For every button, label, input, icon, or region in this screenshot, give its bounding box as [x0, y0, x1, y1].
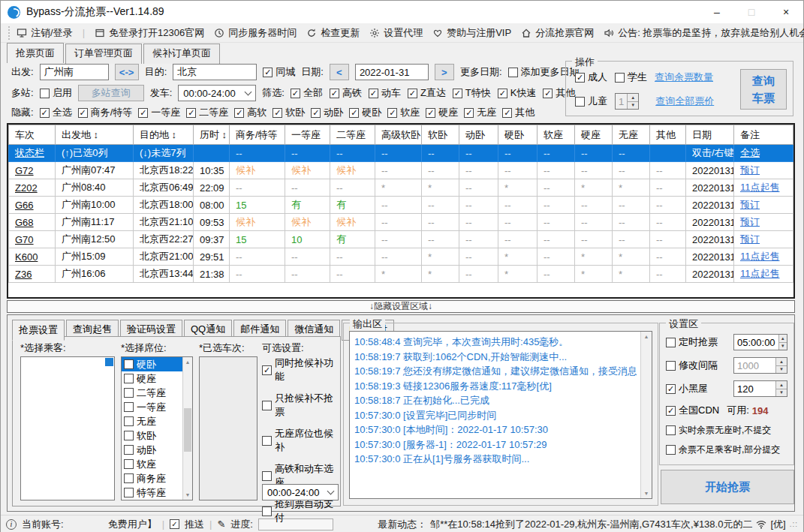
push-checkbox[interactable]: ✓ [170, 519, 179, 529]
cell-note-link[interactable]: 预订 [734, 214, 793, 231]
student-checkbox[interactable]: 学生 [615, 71, 647, 84]
menu-item-2[interactable]: 免登录打开12306官网 [95, 26, 204, 40]
menu-item-6[interactable]: 赞助与注册VIP [432, 26, 511, 40]
date-input[interactable]: 2022-01-31 [355, 64, 429, 80]
seat-list-scrollbar[interactable]: ▲ ▼ [182, 357, 192, 500]
grab-time-range-select[interactable]: 00:00-24:00 [262, 484, 339, 500]
hide-checkbox-5[interactable]: 高软 [234, 106, 266, 119]
option-checkbox-3[interactable]: 无座席位也候补 [262, 427, 339, 454]
cell-train[interactable]: G72 [9, 162, 56, 179]
seat-option-4[interactable]: 一等座 [122, 400, 182, 414]
menu-item-4[interactable]: 检查更新 [306, 26, 360, 40]
hide-checkbox-12[interactable]: 其他 [502, 106, 534, 119]
seat-checkbox-1[interactable]: 硬卧 [124, 358, 156, 371]
cell-note-link[interactable]: 预订 [734, 231, 793, 248]
seat-option-7[interactable]: 动卧 [122, 443, 182, 457]
output-scrollbar[interactable]: ▲ ▼ [640, 332, 652, 498]
menu-item-7[interactable]: 分流抢票官网 [521, 26, 594, 40]
maximize-button[interactable]: □ [734, 1, 769, 23]
seat-checkbox-2[interactable]: 硬座 [124, 372, 156, 386]
dest-input[interactable]: 北京 [173, 64, 257, 80]
cell-note-link[interactable]: 全选 [734, 145, 793, 162]
filter-checkbox-1[interactable]: 全部 [291, 86, 323, 100]
setting-checkbox-4[interactable]: 全国CDN [666, 404, 719, 417]
column-header-3[interactable]: 目的地 ↕ [134, 125, 194, 145]
seat-checkbox-4[interactable]: 一等座 [124, 401, 166, 414]
cell-train[interactable]: Z36 [9, 266, 56, 283]
prev-date-button[interactable]: < [330, 64, 349, 80]
multi-query-button[interactable]: 多站查询 [78, 85, 144, 101]
settings-tab-1[interactable]: 抢票设置 [12, 320, 65, 341]
seat-option-2[interactable]: 硬座 [122, 371, 182, 386]
setting-spinner-1[interactable]: 05:00:00▲▼ [733, 334, 787, 350]
hide-checkbox-3[interactable]: 一等座 [138, 106, 180, 119]
cell-train[interactable]: 状态栏 [9, 145, 56, 162]
page-tab-1[interactable]: 抢票页面 [7, 43, 64, 63]
filter-checkbox-2[interactable]: 高铁 [330, 86, 362, 100]
seat-checkbox-5[interactable]: 无座 [124, 415, 156, 428]
table-row[interactable]: G66广州南10:00北京西18:0008:0015有有------------… [9, 197, 793, 214]
child-checkbox[interactable]: 儿童 [575, 95, 607, 108]
scroll-down-icon[interactable]: ▼ [183, 490, 192, 500]
same-city-checkbox[interactable]: 同城 [263, 65, 295, 79]
menu-item-1[interactable]: 注销/登录 [17, 26, 73, 40]
setting-checkbox-1[interactable]: 定时抢票 [666, 335, 718, 349]
seat-option-8[interactable]: 软座 [122, 457, 182, 471]
menu-item-5[interactable]: 设置代理 [369, 26, 423, 40]
table-row[interactable]: Z202广州08:40北京西06:4922:09------**--*--**-… [9, 179, 793, 197]
page-tab-3[interactable]: 候补订单页面 [143, 44, 220, 64]
menu-item-3[interactable]: 同步服务器时间 [214, 26, 297, 40]
spinner-arrows-icon[interactable]: ▲▼ [778, 335, 787, 350]
seat-checkbox-9[interactable]: 商务座 [124, 472, 166, 485]
seat-option-1[interactable]: 硬卧 [122, 357, 182, 371]
seat-option-10[interactable]: 特等座 [122, 485, 182, 500]
seat-option-9[interactable]: 商务座 [122, 471, 182, 485]
hide-checkbox-10[interactable]: 硬座 [426, 106, 458, 119]
start-grab-button[interactable]: 开始抢票 [661, 470, 794, 504]
filter-checkbox-5[interactable]: T特快 [453, 86, 491, 100]
hide-checkbox-6[interactable]: 软卧 [273, 106, 305, 119]
setting-checkbox-3[interactable]: 小黑屋 [666, 382, 708, 395]
seat-option-3[interactable]: 二等座 [122, 386, 182, 400]
setting-checkbox-5[interactable]: 实时余票无座时,不提交 [666, 424, 771, 437]
option-checkbox-5[interactable]: 抢到票自动支付 [262, 497, 339, 524]
filter-checkbox-4[interactable]: Z直达 [408, 86, 446, 100]
minimize-button[interactable]: – [700, 1, 734, 23]
table-row[interactable]: K600广州15:09北京西21:0029:51--------*--*--**… [9, 248, 793, 266]
seat-checkbox-8[interactable]: 软座 [124, 458, 156, 471]
option-checkbox-1[interactable]: 同时抢候补功能 [262, 356, 339, 383]
cell-train[interactable]: K600 [9, 248, 56, 266]
table-status-row[interactable]: 状态栏(↑)已选0列(↓)未选7列--------------------双击/… [9, 145, 793, 162]
close-button[interactable]: × [769, 1, 803, 23]
menu-item-8[interactable]: 公告: 抢票靠的是坚持，放弃就是给别人机会！ [604, 26, 804, 40]
hide-checkbox-1[interactable]: 全选 [40, 106, 72, 119]
cell-note-link[interactable]: 预订 [734, 197, 793, 214]
adult-checkbox[interactable]: 成人 [575, 71, 607, 84]
setting-spinner-2[interactable]: 1000▲▼ [733, 357, 787, 374]
hide-checkbox-11[interactable]: 无座 [464, 106, 496, 119]
cell-note-link[interactable]: 11点起售 [734, 248, 793, 266]
seat-option-5[interactable]: 无座 [122, 414, 182, 428]
hide-checkbox-4[interactable]: 二等座 [186, 106, 228, 119]
depart-time-select[interactable]: 00:00-24:00 [178, 85, 256, 101]
next-date-button[interactable]: > [435, 64, 454, 80]
option-checkbox-2[interactable]: 只抢候补不抢票 [262, 392, 339, 419]
cell-train[interactable]: G66 [9, 197, 56, 214]
query-ticket-button[interactable]: 查询 车票 [740, 69, 787, 110]
column-header-2[interactable]: 出发地 ↕ [56, 125, 134, 145]
cell-note-link[interactable]: 预订 [734, 162, 793, 179]
filter-checkbox-6[interactable]: K快速 [498, 86, 537, 100]
seat-checkbox-10[interactable]: 特等座 [124, 486, 166, 500]
query-remaining-link[interactable]: 查询余票数量 [655, 71, 713, 84]
hide-checkbox-7[interactable]: 动卧 [311, 106, 343, 119]
output-log[interactable]: 10:58:48:4 查询完毕，本次查询共用时:435毫秒。10:58:19:7… [349, 331, 652, 499]
query-price-link[interactable]: 查询全部票价 [655, 95, 714, 108]
table-row[interactable]: G70广州南12:50北京西22:2709:371510有-----------… [9, 231, 793, 248]
table-row[interactable]: Z36广州16:06北京西13:4421:38------**--*--**--… [9, 266, 793, 283]
hide-checkbox-2[interactable]: 商务/特等 [78, 106, 133, 119]
swap-stations-button[interactable]: <-> [115, 64, 139, 80]
seat-option-6[interactable]: 软卧 [122, 428, 182, 443]
spinner-arrows-icon[interactable]: ▲▼ [627, 94, 638, 109]
table-row[interactable]: G68广州南11:17北京西21:1009:53候补候补候补----------… [9, 214, 793, 231]
passenger-listbox[interactable] [20, 356, 115, 500]
